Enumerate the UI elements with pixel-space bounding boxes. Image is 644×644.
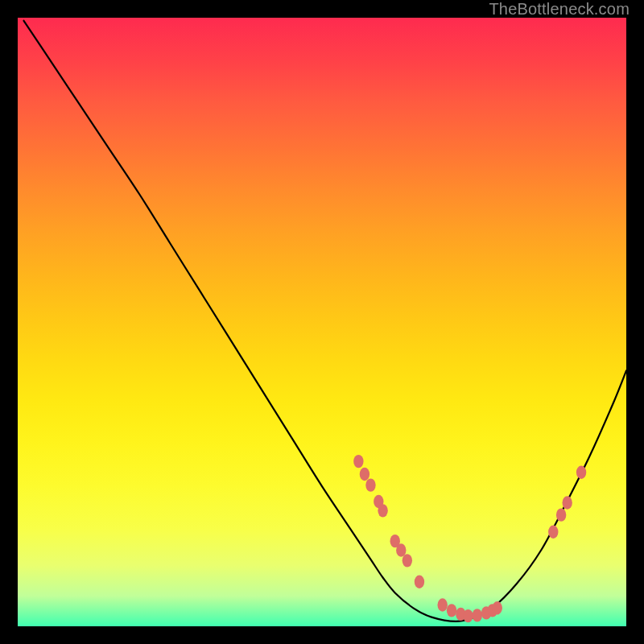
chart-gradient-plot-area — [18, 18, 626, 626]
attribution-watermark: TheBottleneck.com — [489, 0, 630, 19]
